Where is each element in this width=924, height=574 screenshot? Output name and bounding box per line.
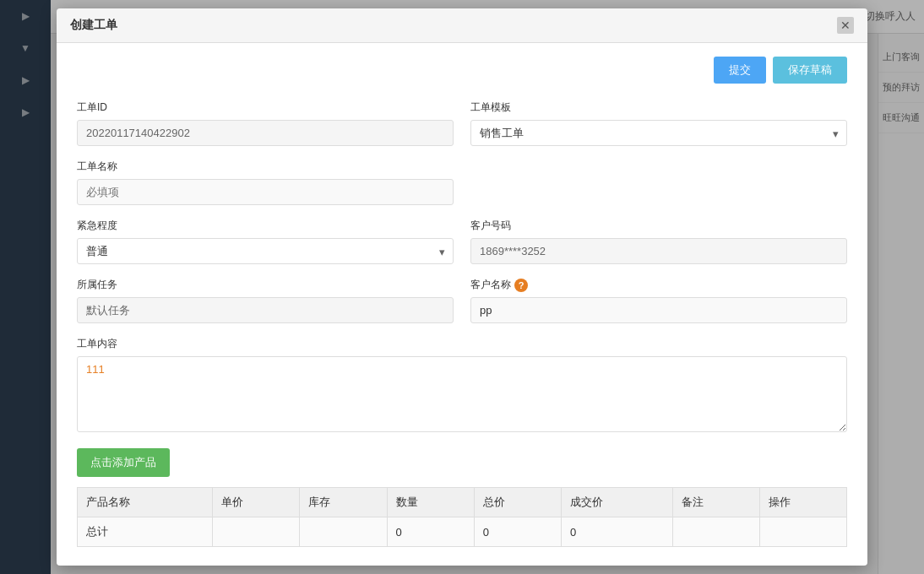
form-row-3: 紧急程度 普通紧急非常紧急 客户号码 <box>77 219 847 264</box>
col-remark: 备注 <box>672 488 759 517</box>
col-stock: 库存 <box>300 488 387 517</box>
task-input[interactable] <box>77 297 454 323</box>
order-name-label: 工单名称 <box>77 160 454 174</box>
order-content-label: 工单内容 <box>77 337 847 351</box>
customer-code-input[interactable] <box>470 238 847 264</box>
order-content-textarea[interactable]: 111 <box>77 356 847 432</box>
urgency-select[interactable]: 普通紧急非常紧急 <box>77 238 454 264</box>
customer-name-field: 客户名称 ? <box>470 278 847 323</box>
customer-name-input[interactable] <box>470 297 847 323</box>
total-remark <box>672 517 759 547</box>
modal-overlay: 创建工单 ✕ 提交 保存草稿 工单ID 工单模板 销售工单售后工单技术工单 <box>0 0 924 574</box>
table-body: 总计 0 0 0 <box>78 517 847 547</box>
order-template-select[interactable]: 销售工单售后工单技术工单 <box>470 120 847 146</box>
col-deal-price: 成交价 <box>561 488 672 517</box>
order-id-input[interactable] <box>77 120 454 146</box>
order-id-field: 工单ID <box>77 100 454 146</box>
form-toolbar: 提交 保存草稿 <box>77 57 847 84</box>
order-template-select-wrapper: 销售工单售后工单技术工单 <box>470 120 847 146</box>
modal-header: 创建工单 ✕ <box>57 8 867 43</box>
urgency-label: 紧急程度 <box>77 219 454 233</box>
task-field: 所属任务 <box>77 278 454 323</box>
table-header: 产品名称 单价 库存 数量 总价 成交价 备注 操作 <box>78 488 847 517</box>
form-row-1: 工单ID 工单模板 销售工单售后工单技术工单 <box>77 100 847 146</box>
customer-code-field: 客户号码 <box>470 219 847 264</box>
urgency-select-wrapper: 普通紧急非常紧急 <box>77 238 454 264</box>
total-deal-price: 0 <box>561 517 672 547</box>
order-template-label: 工单模板 <box>470 100 847 115</box>
order-content-field: 工单内容 111 <box>77 337 847 435</box>
add-product-button[interactable]: 点击添加产品 <box>77 448 170 477</box>
order-id-label: 工单ID <box>77 100 454 115</box>
customer-name-label-text: 客户名称 <box>470 278 511 292</box>
customer-name-help-icon[interactable]: ? <box>514 279 528 292</box>
form-row-5: 工单内容 111 <box>77 337 847 435</box>
modal-close-button[interactable]: ✕ <box>837 17 854 34</box>
table-row-total: 总计 0 0 0 <box>78 517 847 547</box>
col-product-name: 产品名称 <box>78 488 213 517</box>
order-template-field: 工单模板 销售工单售后工单技术工单 <box>470 100 847 146</box>
customer-name-label: 客户名称 ? <box>470 278 847 292</box>
task-label: 所属任务 <box>77 278 454 292</box>
order-name-input[interactable] <box>77 179 454 205</box>
order-name-field: 工单名称 <box>77 160 454 205</box>
modal-dialog: 创建工单 ✕ 提交 保存草稿 工单ID 工单模板 销售工单售后工单技术工单 <box>57 8 867 566</box>
urgency-field: 紧急程度 普通紧急非常紧急 <box>77 219 454 264</box>
customer-code-label: 客户号码 <box>470 219 847 233</box>
total-unit-price <box>213 517 300 547</box>
total-stock <box>300 517 387 547</box>
submit-button[interactable]: 提交 <box>714 57 766 84</box>
save-draft-button[interactable]: 保存草稿 <box>773 57 847 84</box>
form-row-2: 工单名称 <box>77 160 847 205</box>
col-unit-price: 单价 <box>213 488 300 517</box>
col-total-price: 总价 <box>474 488 561 517</box>
total-label: 总计 <box>78 517 213 547</box>
product-table: 产品名称 单价 库存 数量 总价 成交价 备注 操作 总计 <box>77 487 847 547</box>
form-row-4: 所属任务 客户名称 ? <box>77 278 847 323</box>
total-price: 0 <box>474 517 561 547</box>
table-header-row: 产品名称 单价 库存 数量 总价 成交价 备注 操作 <box>78 488 847 517</box>
modal-body: 提交 保存草稿 工单ID 工单模板 销售工单售后工单技术工单 <box>57 43 867 566</box>
modal-title: 创建工单 <box>70 18 117 33</box>
col-quantity: 数量 <box>387 488 474 517</box>
total-action <box>759 517 846 547</box>
col-action: 操作 <box>759 488 846 517</box>
add-product-section: 点击添加产品 <box>77 448 847 477</box>
total-quantity: 0 <box>387 517 474 547</box>
spacer-col <box>470 160 847 205</box>
